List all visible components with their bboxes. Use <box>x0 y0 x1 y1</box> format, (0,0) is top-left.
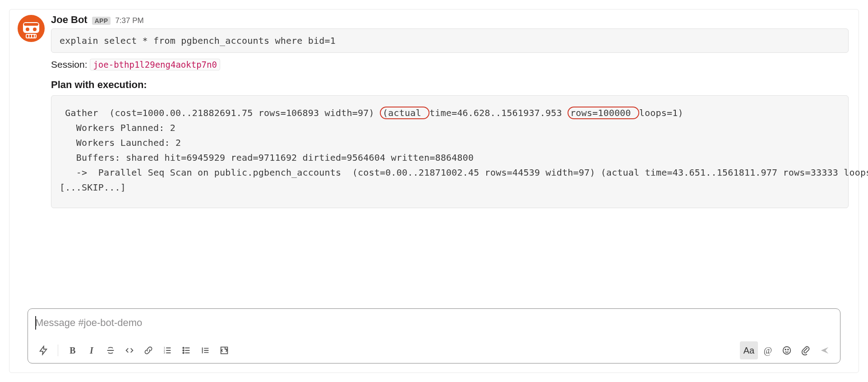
svg-rect-7 <box>27 35 28 37</box>
sender-name: Joe Bot <box>51 14 88 26</box>
plan-line-7: [...SKIP...] <box>60 180 840 195</box>
slack-message-container: Joe Bot APP 7:37 PM explain select * fro… <box>9 9 859 373</box>
composer-toolbar: B I 123 <box>28 338 840 363</box>
app-badge: APP <box>92 17 111 25</box>
svg-text:3: 3 <box>164 351 165 354</box>
message-timestamp: 7:37 PM <box>115 16 143 25</box>
session-id-badge[interactable]: joe-bthp1l29eng4aoktp7n0 <box>90 59 220 70</box>
svg-point-14 <box>183 347 184 349</box>
avatar-wrap <box>17 14 46 208</box>
code-block-button[interactable] <box>215 341 233 359</box>
message-composer[interactable]: Message #joe-bot-demo B I 123 <box>28 308 840 363</box>
message-body: Joe Bot APP 7:37 PM explain select * fro… <box>51 14 851 208</box>
plan-code-block: Gather (cost=1000.00..21882691.75 rows=1… <box>51 95 849 208</box>
plan-line-5: -> Parallel Seq Scan on public.pgbench_a… <box>60 165 840 180</box>
svg-point-15 <box>183 350 184 351</box>
svg-rect-3 <box>24 23 38 26</box>
plan-line-4: Buffers: shared hit=6945929 read=9711692… <box>60 150 840 165</box>
blockquote-button[interactable] <box>196 341 214 359</box>
strikethrough-button[interactable] <box>102 341 120 359</box>
mention-button[interactable]: @ <box>759 341 777 359</box>
shortcuts-button[interactable] <box>34 341 52 359</box>
svg-point-17 <box>783 347 791 354</box>
composer-placeholder: Message #joe-bot-demo <box>35 317 142 328</box>
plan-l1-pre: Gather (cost=1000.00..21882691.75 rows=1… <box>60 107 380 118</box>
svg-point-4 <box>26 28 29 31</box>
svg-point-5 <box>33 28 37 31</box>
svg-rect-10 <box>35 35 36 37</box>
ordered-list-button[interactable]: 123 <box>158 341 176 359</box>
svg-rect-9 <box>32 35 34 37</box>
emoji-button[interactable] <box>778 341 796 359</box>
plan-section-title: Plan with execution: <box>51 79 849 91</box>
svg-point-18 <box>785 349 786 350</box>
bullet-list-button[interactable] <box>177 341 195 359</box>
code-button[interactable] <box>120 341 139 359</box>
right-tool-group: Aa @ <box>740 341 834 359</box>
format-group: B I 123 <box>64 341 233 359</box>
highlight-actual: (actual <box>380 107 429 119</box>
italic-button[interactable]: I <box>83 341 101 359</box>
message-header: Joe Bot APP 7:37 PM <box>51 14 849 26</box>
send-button[interactable] <box>816 341 834 359</box>
bold-button[interactable]: B <box>64 341 82 359</box>
toolbar-separator <box>58 345 58 356</box>
query-code-block: explain select * from pgbench_accounts w… <box>51 28 849 53</box>
plan-line-3: Workers Launched: 2 <box>60 135 840 150</box>
text-caret <box>35 316 36 330</box>
svg-point-19 <box>788 349 789 350</box>
composer-input[interactable]: Message #joe-bot-demo <box>28 309 840 338</box>
link-button[interactable] <box>139 341 157 359</box>
svg-point-16 <box>183 352 184 354</box>
plan-line-1: Gather (cost=1000.00..21882691.75 rows=1… <box>60 107 683 118</box>
session-line: Session: joe-bthp1l29eng4aoktp7n0 <box>51 59 849 70</box>
message-row: Joe Bot APP 7:37 PM explain select * fro… <box>17 14 851 208</box>
svg-rect-8 <box>29 35 31 37</box>
plan-l1-mid: time=46.628..1561937.953 <box>429 107 568 118</box>
session-label: Session: <box>51 59 88 70</box>
highlight-rows: rows=100000 <box>568 107 639 119</box>
bot-avatar <box>17 14 46 43</box>
attach-button[interactable] <box>797 341 815 359</box>
plan-line-2: Workers Planned: 2 <box>60 121 840 135</box>
formatting-toggle-button[interactable]: Aa <box>740 341 758 359</box>
plan-l1-post: loops=1) <box>639 107 683 118</box>
